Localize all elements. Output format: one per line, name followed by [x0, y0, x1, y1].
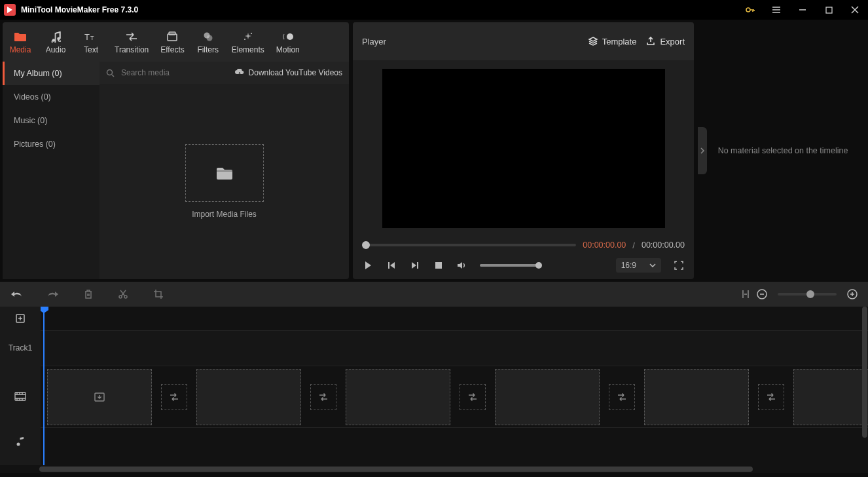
redo-button[interactable]: [47, 290, 59, 299]
prev-frame-button[interactable]: [386, 259, 397, 271]
add-track-button[interactable]: [0, 307, 41, 330]
export-button[interactable]: Export: [645, 36, 685, 47]
transition-drop-slot[interactable]: [609, 384, 635, 410]
undo-button[interactable]: [10, 290, 22, 299]
svg-point-11: [244, 39, 245, 40]
zoom-in-button[interactable]: [847, 289, 858, 299]
tab-text[interactable]: TT Text: [73, 22, 109, 62]
delete-button[interactable]: [84, 289, 93, 299]
template-button[interactable]: Template: [588, 36, 637, 47]
seek-handle[interactable]: [362, 241, 370, 249]
search-input[interactable]: [121, 68, 230, 77]
svg-rect-15: [388, 262, 389, 269]
stop-button[interactable]: [433, 259, 444, 271]
svg-point-24: [17, 443, 20, 446]
close-button[interactable]: [842, 0, 868, 20]
transition-drop-slot[interactable]: [161, 384, 187, 410]
zoom-out-button[interactable]: [757, 289, 767, 299]
tab-label: Audio: [46, 45, 66, 54]
category-my-album[interactable]: My Album (0): [3, 62, 99, 85]
audio-lane[interactable]: [41, 427, 868, 456]
volume-slider[interactable]: [480, 264, 539, 267]
activate-key-icon[interactable]: [737, 0, 763, 20]
category-pictures[interactable]: Pictures (0): [3, 132, 99, 156]
svg-rect-16: [417, 262, 418, 269]
split-button[interactable]: [118, 289, 128, 299]
volume-button[interactable]: [456, 259, 468, 271]
timeline-vertical-scrollbar[interactable]: [861, 307, 868, 465]
fullscreen-button[interactable]: [673, 259, 685, 271]
clip-drop-slot[interactable]: [47, 369, 152, 425]
tab-label: Media: [10, 45, 31, 54]
time-separator: /: [632, 240, 635, 250]
tab-label: Text: [84, 45, 98, 54]
folder-import-icon: [215, 165, 234, 181]
tab-effects[interactable]: Effects: [154, 22, 190, 62]
next-frame-button[interactable]: [409, 259, 421, 271]
video-track-icon[interactable]: [0, 366, 41, 427]
minimize-button[interactable]: [789, 0, 816, 20]
svg-rect-14: [217, 170, 232, 172]
category-videos[interactable]: Videos (0): [3, 85, 99, 109]
svg-point-0: [746, 8, 750, 12]
tab-label: Elements: [232, 45, 264, 54]
export-label: Export: [660, 37, 685, 47]
playhead[interactable]: [43, 307, 45, 465]
timeline-tracks[interactable]: [41, 307, 868, 465]
tab-elements[interactable]: Elements: [226, 22, 270, 62]
tab-media[interactable]: Media: [3, 22, 38, 62]
audio-track-icon[interactable]: [0, 427, 41, 456]
timeline-panel: Track1: [0, 282, 868, 473]
svg-text:T: T: [84, 32, 90, 42]
video-lane[interactable]: [41, 366, 868, 427]
volume-handle[interactable]: [535, 262, 542, 269]
filters-icon: [202, 30, 215, 43]
menu-button[interactable]: [763, 0, 789, 20]
tab-transition[interactable]: Transition: [109, 22, 154, 62]
svg-point-13: [107, 69, 113, 75]
clip-drop-slot[interactable]: [495, 369, 600, 425]
export-icon: [645, 36, 656, 47]
transition-drop-slot[interactable]: [460, 384, 486, 410]
svg-rect-7: [169, 32, 175, 35]
inspector-panel: No material selected on the timeline: [698, 22, 868, 279]
clip-drop-slot[interactable]: [196, 369, 301, 425]
clip-drop-slot[interactable]: [793, 369, 868, 425]
tab-audio[interactable]: Audio: [38, 22, 73, 62]
inspector-empty-label: No material selected on the timeline: [718, 146, 848, 155]
transition-drop-slot[interactable]: [758, 384, 784, 410]
app-title: MiniTool MovieMaker Free 7.3.0: [21, 5, 138, 14]
player-title: Player: [362, 37, 579, 47]
tab-filters[interactable]: Filters: [190, 22, 226, 62]
text-icon: TT: [84, 30, 98, 43]
crop-button[interactable]: [153, 289, 164, 299]
transition-icon: [125, 30, 138, 43]
download-youtube-button[interactable]: Download YouTube Videos: [234, 68, 342, 77]
transition-drop-slot[interactable]: [310, 384, 336, 410]
aspect-ratio-value: 16:9: [621, 261, 636, 270]
media-panel: Media Audio TT Text Transition Effects F…: [3, 22, 349, 279]
play-button[interactable]: [362, 259, 374, 271]
inspector-expand-button[interactable]: [698, 127, 707, 174]
chevron-down-icon: [649, 263, 656, 267]
maximize-button[interactable]: [816, 0, 842, 20]
clip-drop-slot[interactable]: [346, 369, 450, 425]
zoom-handle[interactable]: [806, 290, 814, 298]
svg-point-9: [206, 35, 212, 41]
category-music[interactable]: Music (0): [3, 109, 99, 132]
category-list: My Album (0) Videos (0) Music (0) Pictur…: [3, 62, 99, 279]
track1-lane[interactable]: [41, 330, 868, 366]
aspect-ratio-select[interactable]: 16:9: [616, 258, 661, 273]
time-current: 00:00:00.00: [583, 240, 626, 250]
seek-bar[interactable]: [362, 244, 576, 246]
timeline-horizontal-scrollbar[interactable]: [0, 465, 868, 473]
app-logo: [4, 4, 16, 16]
import-zone[interactable]: Import Media Files: [99, 84, 349, 279]
timeline-fit-button[interactable]: [741, 289, 750, 299]
tab-motion[interactable]: Motion: [270, 22, 306, 62]
folder-icon: [14, 30, 27, 43]
svg-point-12: [287, 33, 293, 40]
zoom-slider[interactable]: [778, 293, 837, 296]
track1-label[interactable]: Track1: [0, 330, 41, 366]
clip-drop-slot[interactable]: [644, 369, 749, 425]
